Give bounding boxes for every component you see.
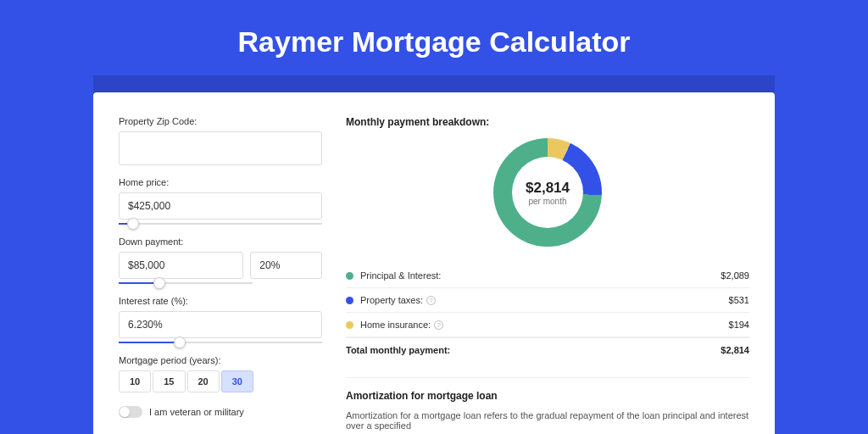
home-price-input[interactable] — [119, 192, 322, 220]
total-label: Total monthly payment: — [346, 345, 721, 355]
divider — [346, 377, 749, 378]
legend-value: $194 — [729, 320, 749, 330]
breakdown-heading: Monthly payment breakdown: — [346, 116, 749, 128]
form-column: Property Zip Code: Home price: Down paym… — [119, 116, 322, 425]
legend-text: Home insurance: — [360, 320, 431, 330]
period-tab-20[interactable]: 20 — [187, 370, 220, 392]
interest-label: Interest rate (%): — [119, 296, 322, 306]
period-tab-15[interactable]: 15 — [153, 370, 185, 392]
legend-label: Principal & Interest: — [360, 270, 721, 281]
dot-icon — [346, 272, 353, 280]
toggle-knob-icon — [120, 407, 130, 417]
legend-label: Home insurance: ? — [360, 320, 729, 330]
down-payment-input[interactable] — [119, 252, 243, 279]
slider-thumb-icon[interactable] — [153, 277, 165, 289]
down-payment-pct-input[interactable] — [250, 252, 322, 279]
period-tabs: 10 15 20 30 — [119, 370, 322, 392]
interest-slider[interactable] — [119, 342, 322, 343]
legend-label: Property taxes: ? — [360, 295, 729, 305]
total-row: Total monthly payment: $2,814 — [346, 337, 749, 362]
home-price-label: Home price: — [119, 177, 322, 187]
donut-amount: $2,814 — [526, 180, 570, 197]
info-icon[interactable]: ? — [434, 320, 443, 330]
amortization-text: Amortization for a mortgage loan refers … — [346, 410, 749, 431]
legend-row-principal: Principal & Interest: $2,089 — [346, 264, 749, 288]
dot-icon — [346, 297, 353, 304]
total-value: $2,814 — [721, 345, 749, 355]
veteran-toggle[interactable] — [119, 406, 142, 418]
legend-row-insurance: Home insurance: ? $194 — [346, 313, 749, 337]
period-tab-30[interactable]: 30 — [221, 370, 253, 392]
legend-value: $531 — [729, 295, 749, 305]
calculator-card: Property Zip Code: Home price: Down paym… — [93, 92, 775, 434]
slider-thumb-icon[interactable] — [174, 337, 186, 348]
info-icon[interactable]: ? — [426, 296, 436, 305]
interest-input[interactable] — [119, 311, 322, 338]
zip-label: Property Zip Code: — [119, 116, 322, 126]
legend-value: $2,089 — [721, 270, 749, 281]
amortization-heading: Amortization for mortgage loan — [346, 390, 749, 402]
veteran-label: I am veteran or military — [149, 407, 244, 417]
donut-sub: per month — [528, 197, 566, 206]
period-tab-10[interactable]: 10 — [119, 370, 151, 392]
down-payment-label: Down payment: — [119, 236, 322, 247]
home-price-slider[interactable] — [119, 223, 322, 225]
donut-chart: $2,814 per month — [493, 138, 602, 247]
down-payment-slider[interactable] — [119, 282, 253, 284]
dot-icon — [346, 321, 353, 329]
zip-input[interactable] — [119, 131, 322, 165]
slider-thumb-icon[interactable] — [127, 218, 139, 230]
page-title: Raymer Mortgage Calculator — [0, 0, 868, 75]
legend-row-taxes: Property taxes: ? $531 — [346, 288, 749, 313]
legend-text: Property taxes: — [360, 295, 423, 305]
period-label: Mortgage period (years): — [119, 355, 322, 365]
breakdown-column: Monthly payment breakdown: $2,814 per mo… — [346, 116, 749, 425]
